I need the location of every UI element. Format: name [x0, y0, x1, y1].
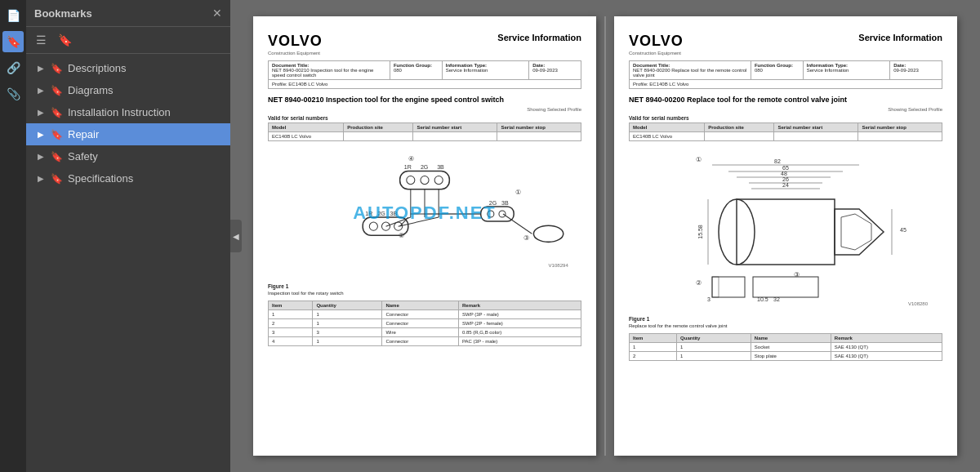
left-serial-label: Valid for serial numbers — [268, 115, 581, 121]
sidebar-item-repair[interactable]: ▶ 🔖 Repair — [26, 123, 230, 145]
right-parts-header-name: Name — [751, 334, 831, 343]
svg-marker-48 — [841, 214, 871, 250]
svg-text:1R: 1R — [404, 164, 412, 170]
svg-text:②: ② — [696, 279, 702, 287]
page-divider — [604, 16, 606, 456]
bookmark-icon: 🔖 — [51, 107, 63, 118]
table-row: EC140B LC Volvo — [630, 132, 942, 141]
right-serial-header-stop: Serial number stop — [858, 123, 942, 132]
right-info-type: Service Information — [807, 68, 886, 73]
sidebar-title: Bookmarks — [34, 7, 92, 20]
expand-icon: ▶ — [38, 174, 44, 183]
left-parts-header-remark: Remark — [459, 301, 581, 310]
svg-point-16 — [369, 222, 377, 230]
list-view-icon[interactable]: ☰ — [33, 32, 50, 48]
sidebar-item-label: Specifications — [68, 172, 222, 185]
svg-text:24: 24 — [782, 182, 789, 188]
left-date: 09-09-2023 — [532, 68, 577, 73]
svg-point-26 — [488, 211, 494, 217]
svg-point-18 — [394, 222, 403, 230]
left-serial-table: Model Production site Serial number star… — [268, 122, 581, 141]
right-profile-label: Profile: — [633, 82, 648, 87]
left-figure-caption: Figure 1 — [268, 283, 581, 289]
svg-point-31 — [533, 225, 563, 242]
left-profile-label: Profile: — [272, 82, 287, 87]
sidebar-item-label: Repair — [68, 128, 222, 140]
svg-text:10.5: 10.5 — [757, 296, 768, 302]
svg-rect-25 — [481, 207, 514, 221]
left-figure-sub: Inspection tool for the rotary switch — [268, 291, 581, 296]
right-page-header: VOLVO Construction Equipment Service Inf… — [629, 33, 942, 56]
expand-icon: ▶ — [38, 86, 44, 95]
left-serial-model: EC140B LC Volvo — [269, 132, 344, 141]
sidebar-header: Bookmarks ✕ — [26, 0, 230, 27]
close-icon[interactable]: ✕ — [212, 7, 222, 20]
link-icon[interactable]: 🔗 — [2, 57, 24, 78]
main-content: ◀ VOLVO Construction Equipment Service I… — [230, 0, 980, 472]
svg-marker-47 — [835, 209, 884, 255]
svg-text:2G: 2G — [421, 164, 428, 170]
left-doc-info-table: Document Title: NET 8940-00210 Inspectio… — [268, 60, 581, 89]
svg-text:①: ① — [696, 156, 702, 163]
expand-icon: ▶ — [38, 108, 44, 117]
bookmark-icon: 🔖 — [51, 173, 63, 185]
left-volvo-sub: Construction Equipment — [268, 51, 323, 56]
left-function-group: 080 — [394, 68, 439, 73]
sidebar-item-safety[interactable]: ▶ 🔖 Safety — [26, 145, 230, 167]
bookmark-icon[interactable]: 🔖 — [2, 31, 24, 52]
right-diagram-svg: ① 82 65 48 26 24 — [630, 150, 941, 309]
svg-rect-46 — [737, 199, 835, 265]
sidebar-item-label: Diagrams — [68, 84, 222, 96]
left-service-info-title: Service Information — [497, 33, 581, 42]
collapse-handle[interactable]: ◀ — [230, 220, 242, 252]
expand-icon: ▶ — [38, 152, 44, 161]
left-diagram-area: AUTOPDF.NET ④ 2G 3B 1R — [268, 148, 581, 278]
bookmark-icon: 🔖 — [51, 151, 63, 163]
right-page-title: NET 8940-00200 Replace tool for the remo… — [629, 96, 942, 104]
svg-text:V108294: V108294 — [549, 263, 569, 268]
svg-text:1R: 1R — [365, 211, 372, 216]
left-page-title: NET 8940-00210 Inspection tool for the e… — [268, 96, 581, 104]
attachment-icon[interactable]: 📎 — [2, 83, 24, 105]
left-parts-table: Item Quantity Name Remark 1 1 Connector … — [268, 301, 581, 346]
sidebar-items: ▶ 🔖 Descriptions ▶ 🔖 Diagrams ▶ 🔖 Instal… — [26, 54, 230, 472]
left-page-header: VOLVO Construction Equipment Service Inf… — [268, 33, 581, 56]
icon-bar: 📄 🔖 🔗 📎 — [0, 0, 26, 472]
left-volvo-logo: VOLVO — [268, 33, 323, 50]
right-serial-header-start: Serial number start — [774, 123, 858, 132]
right-serial-label: Valid for serial numbers — [629, 115, 942, 121]
right-diagram-area: ① 82 65 48 26 24 — [629, 148, 942, 311]
svg-point-27 — [499, 211, 506, 217]
svg-text:82: 82 — [774, 158, 781, 164]
table-row: 3 3 Wire 0.85 (R,G,B color) — [269, 328, 581, 337]
svg-rect-57 — [753, 277, 818, 297]
page-area[interactable]: VOLVO Construction Equipment Service Inf… — [230, 0, 980, 472]
left-info-type: Service Information — [446, 68, 525, 73]
right-profile: EC140B LC Volvo — [649, 82, 688, 87]
sidebar-item-descriptions[interactable]: ▶ 🔖 Descriptions — [26, 57, 230, 79]
svg-text:2G: 2G — [377, 211, 385, 216]
bookmark-icon: 🔖 — [51, 129, 63, 140]
left-parts-header-item: Item — [269, 301, 313, 310]
page-icon[interactable]: 📄 — [2, 5, 24, 26]
svg-point-6 — [421, 176, 429, 185]
right-doc-info-table: Document Title: NET 8940-00200 Replace t… — [629, 60, 942, 89]
sidebar-item-label: Installation Instruction — [68, 106, 222, 118]
sidebar-item-installation[interactable]: ▶ 🔖 Installation Instruction — [26, 101, 230, 123]
svg-text:V108280: V108280 — [908, 301, 929, 306]
left-parts-header-name: Name — [382, 301, 459, 310]
svg-text:45: 45 — [900, 227, 906, 233]
left-serial-start — [413, 132, 497, 141]
left-serial-header-site: Production site — [344, 123, 413, 132]
right-parts-table: Item Quantity Name Remark 1 1 Socket SAE… — [629, 333, 942, 361]
svg-text:65: 65 — [782, 165, 789, 171]
sidebar-item-diagrams[interactable]: ▶ 🔖 Diagrams — [26, 79, 230, 101]
left-serial-header-stop: Serial number stop — [497, 123, 581, 132]
left-profile-text: Showing Selected Profile — [268, 107, 581, 112]
right-function-group: 080 — [755, 68, 800, 73]
sidebar-header-actions: ✕ — [212, 7, 222, 20]
svg-text:2G: 2G — [489, 200, 497, 206]
svg-point-17 — [381, 222, 390, 230]
bookmark-add-icon[interactable]: 🔖 — [55, 32, 75, 48]
sidebar-item-specifications[interactable]: ▶ 🔖 Specifications — [26, 167, 230, 189]
